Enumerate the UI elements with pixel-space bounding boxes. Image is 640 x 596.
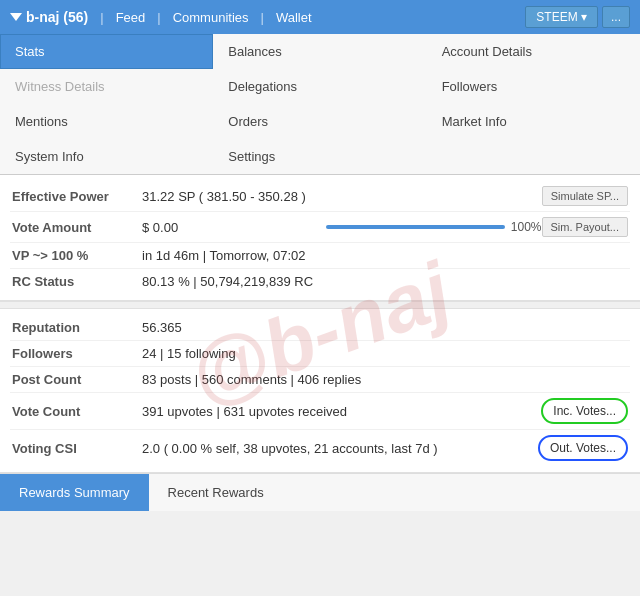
recent-rewards-tab[interactable]: Recent Rewards: [149, 474, 283, 511]
menu-item-account-details[interactable]: Account Details: [427, 34, 640, 69]
menu-item-mentions[interactable]: Mentions: [0, 104, 213, 139]
reputation-value: 56.365: [142, 320, 628, 335]
menu-item-stats[interactable]: Stats: [0, 34, 213, 69]
vote-amount-value: $ 0.00: [142, 220, 320, 235]
menu-item-system-info[interactable]: System Info: [0, 139, 213, 174]
effective-power-label: Effective Power: [12, 189, 142, 204]
section-divider: [0, 301, 640, 309]
vote-count-value: 391 upvotes | 631 upvotes received: [142, 404, 541, 419]
menu-item-settings[interactable]: Settings: [213, 139, 426, 174]
sim-payout-action: Sim. Payout...: [542, 217, 628, 237]
vp-label: VP ~> 100 %: [12, 248, 142, 263]
reputation-label: Reputation: [12, 320, 142, 335]
menu-item-followers[interactable]: Followers: [427, 69, 640, 104]
vote-slider-area: $ 0.00 100%: [142, 220, 542, 235]
vote-slider[interactable]: [326, 225, 504, 229]
vote-count-label: Vote Count: [12, 404, 142, 419]
topbar: b-naj (56) | Feed | Communities | Wallet…: [0, 0, 640, 34]
vp-row: VP ~> 100 % in 1d 46m | Tomorrow, 07:02: [10, 243, 630, 269]
dropdown-icon: [10, 13, 22, 21]
rewards-summary-tab[interactable]: Rewards Summary: [0, 474, 149, 511]
voting-csi-label: Voting CSI: [12, 441, 142, 456]
followers-value: 24 | 15 following: [142, 346, 628, 361]
nav-communities[interactable]: Communities: [173, 10, 249, 25]
effective-power-value: 31.22 SP ( 381.50 - 350.28 ): [142, 189, 542, 204]
menu-item-delegations[interactable]: Delegations: [213, 69, 426, 104]
menu-item-empty: [427, 139, 640, 174]
voting-csi-row: Voting CSI 2.0 ( 0.00 % self, 38 upvotes…: [10, 430, 630, 466]
simulate-sp-action: Simulate SP...: [542, 186, 628, 206]
simulate-sp-button[interactable]: Simulate SP...: [542, 186, 628, 206]
followers-label: Followers: [12, 346, 142, 361]
menu-grid: Stats Balances Account Details Witness D…: [0, 34, 640, 175]
post-count-value: 83 posts | 560 comments | 406 replies: [142, 372, 628, 387]
out-votes-button[interactable]: Out. Votes...: [538, 435, 628, 461]
main-content: @b-naj Effective Power 31.22 SP ( 381.50…: [0, 175, 640, 511]
account-section: Reputation 56.365 Followers 24 | 15 foll…: [0, 309, 640, 473]
rewards-bar: Rewards Summary Recent Rewards: [0, 473, 640, 511]
followers-row: Followers 24 | 15 following: [10, 341, 630, 367]
vote-amount-row: Vote Amount $ 0.00 100% Sim. Payout...: [10, 212, 630, 243]
reputation-row: Reputation 56.365: [10, 315, 630, 341]
post-count-row: Post Count 83 posts | 560 comments | 406…: [10, 367, 630, 393]
more-button[interactable]: ...: [602, 6, 630, 28]
post-count-label: Post Count: [12, 372, 142, 387]
menu-item-balances[interactable]: Balances: [213, 34, 426, 69]
sep2: |: [157, 10, 160, 25]
menu-item-orders[interactable]: Orders: [213, 104, 426, 139]
out-votes-action: Out. Votes...: [538, 435, 628, 461]
brand-name: b-naj (56): [26, 9, 88, 25]
voting-csi-value: 2.0 ( 0.00 % self, 38 upvotes, 21 accoun…: [142, 441, 538, 456]
vote-pct: 100%: [511, 220, 542, 234]
inc-votes-button[interactable]: Inc. Votes...: [541, 398, 628, 424]
rc-status-row: RC Status 80.13 % | 50,794,219,839 RC: [10, 269, 630, 294]
menu-item-witness-details: Witness Details: [0, 69, 213, 104]
effective-power-row: Effective Power 31.22 SP ( 381.50 - 350.…: [10, 181, 630, 212]
steem-dropdown-button[interactable]: STEEM ▾: [525, 6, 598, 28]
menu-item-market-info[interactable]: Market Info: [427, 104, 640, 139]
vote-count-row: Vote Count 391 upvotes | 631 upvotes rec…: [10, 393, 630, 430]
vp-value: in 1d 46m | Tomorrow, 07:02: [142, 248, 628, 263]
brand-area: b-naj (56): [10, 9, 88, 25]
sep1: |: [100, 10, 103, 25]
nav-wallet[interactable]: Wallet: [276, 10, 312, 25]
sep3: |: [261, 10, 264, 25]
rc-status-label: RC Status: [12, 274, 142, 289]
vote-amount-label: Vote Amount: [12, 220, 142, 235]
nav-feed[interactable]: Feed: [116, 10, 146, 25]
power-section: Effective Power 31.22 SP ( 381.50 - 350.…: [0, 175, 640, 301]
inc-votes-action: Inc. Votes...: [541, 398, 628, 424]
rc-status-value: 80.13 % | 50,794,219,839 RC: [142, 274, 628, 289]
topbar-right: STEEM ▾ ...: [525, 6, 630, 28]
sim-payout-button[interactable]: Sim. Payout...: [542, 217, 628, 237]
